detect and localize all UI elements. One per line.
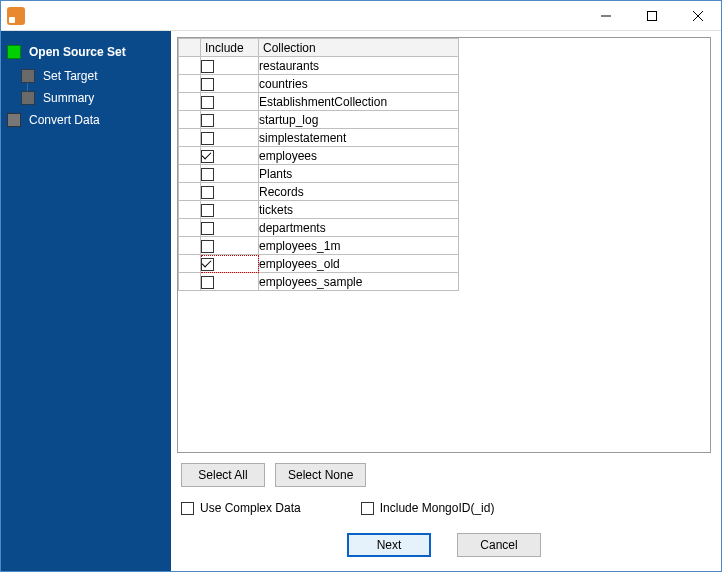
include-cell[interactable]	[201, 255, 259, 273]
collection-name-cell[interactable]: employees_sample	[259, 273, 459, 291]
include-checkbox[interactable]	[201, 78, 214, 91]
include-cell[interactable]	[201, 93, 259, 111]
wizard-step[interactable]: Open Source Set	[7, 45, 165, 59]
table-row[interactable]: employees_old	[179, 255, 459, 273]
row-handle[interactable]	[179, 111, 201, 129]
include-checkbox[interactable]	[201, 96, 214, 109]
include-cell[interactable]	[201, 273, 259, 291]
include-cell[interactable]	[201, 201, 259, 219]
row-handle[interactable]	[179, 165, 201, 183]
include-checkbox[interactable]	[201, 114, 214, 127]
table-row[interactable]: employees	[179, 147, 459, 165]
select-none-button[interactable]: Select None	[275, 463, 366, 487]
cancel-button[interactable]: Cancel	[457, 533, 541, 557]
row-handle[interactable]	[179, 75, 201, 93]
table-row[interactable]: EstablishmentCollection	[179, 93, 459, 111]
step-label: Convert Data	[29, 113, 100, 127]
table-row[interactable]: departments	[179, 219, 459, 237]
select-all-button[interactable]: Select All	[181, 463, 265, 487]
collection-name-cell[interactable]: Records	[259, 183, 459, 201]
step-marker-icon	[7, 45, 21, 59]
close-icon	[693, 11, 703, 21]
close-button[interactable]	[675, 1, 721, 31]
collection-name-cell[interactable]: departments	[259, 219, 459, 237]
main-content: Include Collection restaurantscountriesE…	[171, 31, 721, 571]
row-handle[interactable]	[179, 273, 201, 291]
include-checkbox[interactable]	[201, 258, 214, 271]
collection-name-cell[interactable]: EstablishmentCollection	[259, 93, 459, 111]
substep-label: Set Target	[43, 69, 97, 83]
row-handle[interactable]	[179, 93, 201, 111]
collection-name-cell[interactable]: employees_old	[259, 255, 459, 273]
include-checkbox[interactable]	[201, 132, 214, 145]
table-row[interactable]: countries	[179, 75, 459, 93]
step-marker-icon	[21, 91, 35, 105]
maximize-button[interactable]	[629, 1, 675, 31]
include-checkbox[interactable]	[201, 150, 214, 163]
collection-name-cell[interactable]: simplestatement	[259, 129, 459, 147]
row-header-corner	[179, 39, 201, 57]
collection-name-cell[interactable]: countries	[259, 75, 459, 93]
row-handle[interactable]	[179, 255, 201, 273]
app-icon	[7, 7, 25, 25]
col-header-collection[interactable]: Collection	[259, 39, 459, 57]
collection-name-cell[interactable]: employees_1m	[259, 237, 459, 255]
step-marker-icon	[21, 69, 35, 83]
wizard-substep[interactable]: Set Target	[21, 69, 165, 83]
include-checkbox[interactable]	[201, 276, 214, 289]
maximize-icon	[647, 11, 657, 21]
table-row[interactable]: tickets	[179, 201, 459, 219]
row-handle[interactable]	[179, 183, 201, 201]
include-cell[interactable]	[201, 183, 259, 201]
collection-name-cell[interactable]: tickets	[259, 201, 459, 219]
minimize-icon	[601, 11, 611, 21]
titlebar	[1, 1, 721, 31]
include-cell[interactable]	[201, 165, 259, 183]
include-checkbox[interactable]	[201, 240, 214, 253]
row-handle[interactable]	[179, 201, 201, 219]
include-mongoid-label: Include MongoID(_id)	[380, 501, 495, 515]
table-row[interactable]: startup_log	[179, 111, 459, 129]
col-header-include[interactable]: Include	[201, 39, 259, 57]
include-checkbox[interactable]	[201, 60, 214, 73]
table-row[interactable]: Records	[179, 183, 459, 201]
include-cell[interactable]	[201, 111, 259, 129]
include-mongoid-option[interactable]: Include MongoID(_id)	[361, 501, 495, 515]
wizard-substep[interactable]: Summary	[21, 91, 165, 105]
row-handle[interactable]	[179, 57, 201, 75]
collection-name-cell[interactable]: Plants	[259, 165, 459, 183]
include-checkbox[interactable]	[201, 186, 214, 199]
step-label: Open Source Set	[29, 45, 126, 59]
include-checkbox[interactable]	[201, 204, 214, 217]
svg-rect-1	[648, 11, 657, 20]
checkbox-icon	[181, 502, 194, 515]
include-cell[interactable]	[201, 219, 259, 237]
row-handle[interactable]	[179, 237, 201, 255]
include-checkbox[interactable]	[201, 168, 214, 181]
table-row[interactable]: simplestatement	[179, 129, 459, 147]
row-handle[interactable]	[179, 129, 201, 147]
include-cell[interactable]	[201, 129, 259, 147]
row-handle[interactable]	[179, 147, 201, 165]
wizard-step[interactable]: Convert Data	[7, 113, 165, 127]
collection-name-cell[interactable]: startup_log	[259, 111, 459, 129]
include-cell[interactable]	[201, 147, 259, 165]
step-marker-icon	[7, 113, 21, 127]
include-cell[interactable]	[201, 237, 259, 255]
include-cell[interactable]	[201, 75, 259, 93]
row-handle[interactable]	[179, 219, 201, 237]
collection-grid-container: Include Collection restaurantscountriesE…	[177, 37, 711, 453]
table-row[interactable]: employees_sample	[179, 273, 459, 291]
next-button[interactable]: Next	[347, 533, 431, 557]
minimize-button[interactable]	[583, 1, 629, 31]
table-row[interactable]: employees_1m	[179, 237, 459, 255]
table-row[interactable]: restaurants	[179, 57, 459, 75]
table-row[interactable]: Plants	[179, 165, 459, 183]
include-checkbox[interactable]	[201, 222, 214, 235]
use-complex-data-option[interactable]: Use Complex Data	[181, 501, 301, 515]
include-cell[interactable]	[201, 57, 259, 75]
collection-name-cell[interactable]: restaurants	[259, 57, 459, 75]
substep-label: Summary	[43, 91, 94, 105]
collection-name-cell[interactable]: employees	[259, 147, 459, 165]
wizard-sidebar: Open Source SetSet TargetSummaryConvert …	[1, 31, 171, 571]
